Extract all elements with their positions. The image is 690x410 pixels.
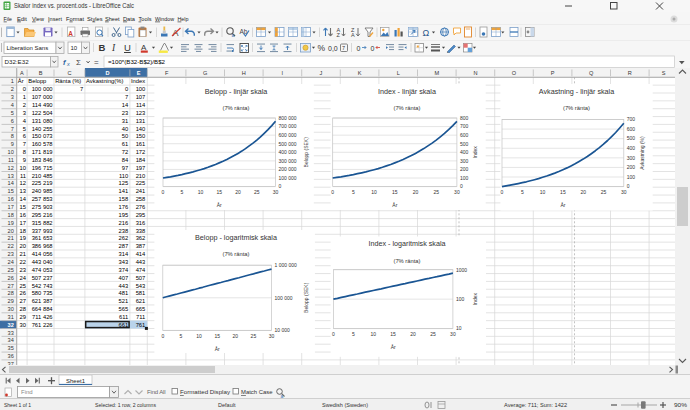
svg-text:Index: Index <box>131 78 145 84</box>
svg-text:25: 25 <box>8 267 14 273</box>
svg-text:500: 500 <box>627 135 636 141</box>
svg-text:276: 276 <box>136 204 146 210</box>
svg-text:6: 6 <box>11 118 14 124</box>
svg-text:12: 12 <box>8 165 14 171</box>
svg-text:14: 14 <box>8 180 14 186</box>
svg-text:15: 15 <box>560 189 566 195</box>
svg-text:542 743: 542 743 <box>32 283 53 289</box>
svg-text:x: x <box>66 61 70 67</box>
svg-text:L: L <box>397 70 400 76</box>
svg-text:600: 600 <box>460 132 469 138</box>
svg-text:30: 30 <box>269 333 275 339</box>
svg-text:A: A <box>68 30 73 37</box>
svg-text:258: 258 <box>136 196 146 202</box>
svg-text:F: F <box>165 70 169 76</box>
svg-text:580 735: 580 735 <box>32 290 53 296</box>
svg-text:30: 30 <box>454 189 460 195</box>
svg-text:33: 33 <box>8 330 14 336</box>
svg-text:9: 9 <box>11 141 14 147</box>
svg-text:B: B <box>39 70 43 76</box>
svg-text:11: 11 <box>8 157 14 163</box>
svg-text:5: 5 <box>11 110 14 116</box>
svg-text:27: 27 <box>20 298 26 304</box>
svg-text:Ω: Ω <box>423 28 430 38</box>
svg-text:8: 8 <box>23 149 26 155</box>
svg-text:123: 123 <box>136 110 146 116</box>
svg-text:386 968: 386 968 <box>32 243 53 249</box>
svg-text:K: K <box>358 70 362 76</box>
svg-text:Data: Data <box>123 15 136 22</box>
svg-text:Belopp (SEK): Belopp (SEK) <box>304 137 310 168</box>
svg-text:31: 31 <box>122 118 128 124</box>
svg-text:14: 14 <box>122 102 129 108</box>
svg-text:23: 23 <box>122 110 128 116</box>
svg-text:314: 314 <box>119 251 129 257</box>
svg-text:20: 20 <box>580 189 586 195</box>
svg-text:300 000: 300 000 <box>279 158 297 164</box>
svg-text:122 504: 122 504 <box>32 110 54 116</box>
svg-text:30: 30 <box>273 189 279 195</box>
svg-text:700: 700 <box>627 116 636 122</box>
svg-text:7: 7 <box>11 126 14 132</box>
svg-text:257 853: 257 853 <box>32 196 53 202</box>
svg-text:25: 25 <box>433 189 439 195</box>
svg-text:61: 61 <box>122 141 128 147</box>
svg-text:Sheet 1 of 1: Sheet 1 of 1 <box>4 402 32 408</box>
svg-text:10: 10 <box>540 189 546 195</box>
svg-text:110: 110 <box>119 173 128 179</box>
svg-text:140 255: 140 255 <box>32 126 53 132</box>
svg-text:362: 362 <box>136 235 146 241</box>
svg-text:150: 150 <box>136 133 146 139</box>
svg-text:=100*(B32-B$2)/B$2: =100*(B32-B$2)/B$2 <box>108 58 166 65</box>
svg-text:114 490: 114 490 <box>32 102 53 108</box>
svg-text:800: 800 <box>460 115 469 121</box>
svg-text:23: 23 <box>8 251 14 257</box>
svg-text:0: 0 <box>501 189 504 195</box>
svg-text:100 000: 100 000 <box>279 175 297 181</box>
svg-text:Find: Find <box>21 389 33 395</box>
svg-text:7: 7 <box>125 94 128 100</box>
svg-text:581: 581 <box>136 290 146 296</box>
svg-text:20: 20 <box>235 189 241 195</box>
svg-text:A: A <box>141 43 147 52</box>
svg-text:G: G <box>203 70 207 76</box>
svg-text:Match Case: Match Case <box>241 389 273 395</box>
svg-text:600 000: 600 000 <box>279 132 297 138</box>
svg-text:23: 23 <box>20 267 26 273</box>
svg-text:172: 172 <box>136 149 146 155</box>
svg-text:År: År <box>217 202 222 208</box>
svg-text:19: 19 <box>20 235 26 241</box>
svg-text:25: 25 <box>20 283 26 289</box>
svg-text:10 000: 10 000 <box>275 327 291 333</box>
svg-text:Belopp - logaritmisk skala: Belopp - logaritmisk skala <box>195 233 277 242</box>
svg-text:700: 700 <box>460 123 469 129</box>
svg-text:0: 0 <box>371 45 375 52</box>
svg-text:Σ: Σ <box>76 58 81 67</box>
svg-text:15: 15 <box>20 204 26 210</box>
svg-text:0: 0 <box>357 45 361 52</box>
svg-text:(7% ränta): (7% ränta) <box>393 105 420 111</box>
svg-text:761: 761 <box>136 322 146 328</box>
svg-text:Ränta (%): Ränta (%) <box>55 78 81 84</box>
svg-text:20: 20 <box>413 189 419 195</box>
svg-text:15: 15 <box>216 189 222 195</box>
svg-text:M: M <box>434 70 439 76</box>
svg-text:S: S <box>662 70 666 76</box>
svg-text:Index: Index <box>473 146 479 159</box>
svg-text:200: 200 <box>627 164 636 170</box>
svg-text:17: 17 <box>20 220 26 226</box>
svg-text:22: 22 <box>8 243 14 249</box>
svg-text:20: 20 <box>233 333 239 339</box>
svg-text:P: P <box>551 70 555 76</box>
svg-text:160 578: 160 578 <box>32 141 53 147</box>
svg-text:0: 0 <box>460 183 463 189</box>
svg-text:30: 30 <box>621 189 627 195</box>
svg-text:161: 161 <box>136 141 146 147</box>
svg-text:414 056: 414 056 <box>32 251 53 257</box>
svg-text:2: 2 <box>11 86 14 92</box>
svg-text:Sheet: Sheet <box>105 15 120 22</box>
svg-text:240 985: 240 985 <box>32 188 53 194</box>
svg-text:1: 1 <box>11 78 14 84</box>
svg-text:Edit: Edit <box>17 15 27 22</box>
svg-text:611: 611 <box>119 314 128 320</box>
